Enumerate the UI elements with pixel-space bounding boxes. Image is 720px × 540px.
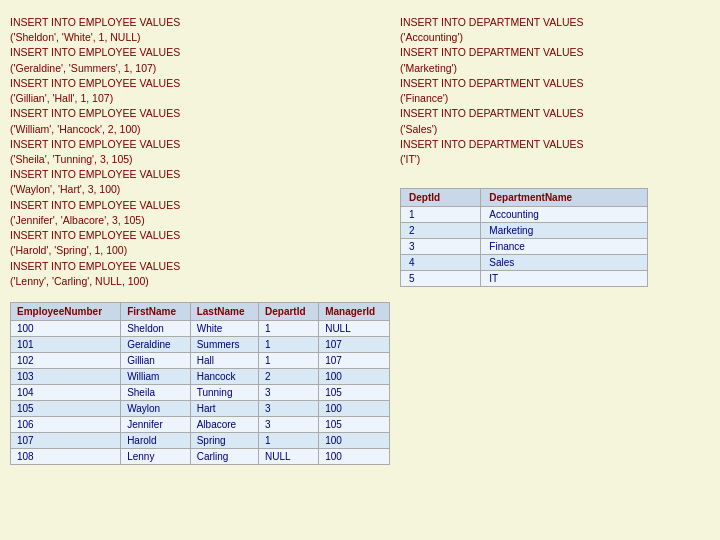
- emp-col-managerid: ManagerId: [319, 302, 390, 320]
- table-row: 104SheilaTunning3105: [11, 384, 390, 400]
- dept-col-name: DepartmentName: [481, 189, 648, 207]
- table-row: 107HaroldSpring1100: [11, 432, 390, 448]
- left-panel: INSERT INTO EMPLOYEE VALUES ('Sheldon', …: [10, 10, 390, 465]
- table-row: 101GeraldineSummers1107: [11, 336, 390, 352]
- table-row: 106JenniferAlbacore3105: [11, 416, 390, 432]
- dept-col-id: DeptId: [401, 189, 481, 207]
- right-panel: INSERT INTO DEPARTMENT VALUES ('Accounti…: [400, 10, 710, 465]
- emp-col-firstname: FirstName: [121, 302, 191, 320]
- main-container: INSERT INTO EMPLOYEE VALUES ('Sheldon', …: [0, 0, 720, 475]
- table-row: 102GillianHall1107: [11, 352, 390, 368]
- department-table: DeptId DepartmentName 1Accounting2Market…: [400, 188, 648, 287]
- employee-table: EmployeeNumber FirstName LastName Depart…: [10, 302, 390, 465]
- table-row: 103WilliamHancock2100: [11, 368, 390, 384]
- emp-col-departid: DepartId: [259, 302, 319, 320]
- table-row: 5IT: [401, 271, 648, 287]
- table-row: 2Marketing: [401, 223, 648, 239]
- table-row: 105WaylonHart3100: [11, 400, 390, 416]
- table-row: 100SheldonWhite1NULL: [11, 320, 390, 336]
- table-row: 108LennyCarlingNULL100: [11, 448, 390, 464]
- table-row: 3Finance: [401, 239, 648, 255]
- table-row: 4Sales: [401, 255, 648, 271]
- table-row: 1Accounting: [401, 207, 648, 223]
- emp-col-number: EmployeeNumber: [11, 302, 121, 320]
- employee-sql-block: INSERT INTO EMPLOYEE VALUES ('Sheldon', …: [10, 10, 390, 294]
- emp-col-lastname: LastName: [190, 302, 258, 320]
- department-sql-block: INSERT INTO DEPARTMENT VALUES ('Accounti…: [400, 10, 710, 172]
